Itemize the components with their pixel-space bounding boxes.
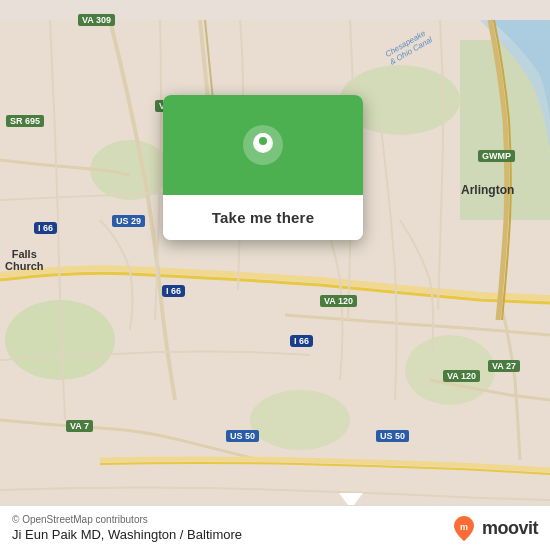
road-label-us29: US 29 <box>112 215 145 227</box>
location-pin-icon <box>241 123 285 167</box>
road-label-va120-right: VA 120 <box>443 370 480 382</box>
bottom-bar: © OpenStreetMap contributors Ji Eun Paik… <box>0 505 550 550</box>
popup-top <box>163 95 363 195</box>
moovit-pin-icon: m <box>450 514 478 542</box>
road-label-va309-top: VA 309 <box>78 14 115 26</box>
road-label-us50-right: US 50 <box>376 430 409 442</box>
moovit-logo[interactable]: m moovit <box>450 514 538 542</box>
svg-point-5 <box>250 390 350 450</box>
road-label-i66-right: I 66 <box>290 335 313 347</box>
location-name: Ji Eun Paik MD, Washington / Baltimore <box>12 527 242 542</box>
road-label-i66-mid: I 66 <box>162 285 185 297</box>
road-label-va27: VA 27 <box>488 360 520 372</box>
road-label-va7: VA 7 <box>66 420 93 432</box>
place-label-arlington: Arlington <box>461 183 514 197</box>
road-label-us50-left: US 50 <box>226 430 259 442</box>
road-label-gwmp: GWMP <box>478 150 515 162</box>
place-label-falls-church: FallsChurch <box>5 248 44 272</box>
popup-card: Take me there <box>163 95 363 240</box>
moovit-text: moovit <box>482 518 538 539</box>
road-label-sr695: SR 695 <box>6 115 44 127</box>
svg-point-10 <box>259 137 267 145</box>
bottom-left: © OpenStreetMap contributors Ji Eun Paik… <box>12 514 242 542</box>
map-container: VA 309 VA 309 SR 695 US 29 I 66 I 66 I 6… <box>0 0 550 550</box>
copyright-text: © OpenStreetMap contributors <box>12 514 242 525</box>
road-label-i66-left: I 66 <box>34 222 57 234</box>
popup-bottom: Take me there <box>163 195 363 240</box>
svg-text:m: m <box>460 522 468 532</box>
take-me-there-button[interactable]: Take me there <box>200 205 326 230</box>
road-label-va120-mid: VA 120 <box>320 295 357 307</box>
